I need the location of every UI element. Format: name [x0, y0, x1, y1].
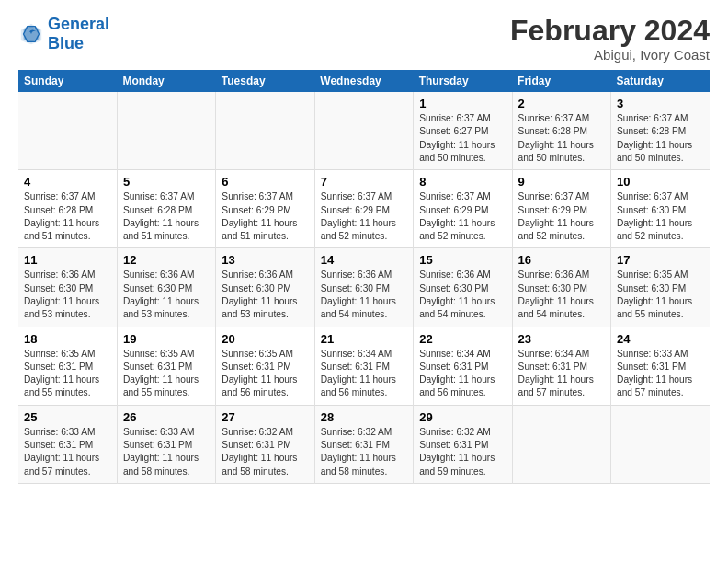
page: General Blue February 2024 Abigui, Ivory…: [0, 0, 728, 493]
logo-icon: [18, 21, 44, 47]
header-row: SundayMondayTuesdayWednesdayThursdayFrid…: [18, 70, 710, 92]
day-number: 23: [518, 332, 605, 346]
day-cell: 8Sunrise: 6:37 AM Sunset: 6:29 PM Daylig…: [414, 170, 512, 248]
day-number: 15: [419, 253, 506, 267]
day-cell: 28Sunrise: 6:32 AM Sunset: 6:31 PM Dayli…: [314, 405, 413, 483]
day-info: Sunrise: 6:37 AM Sunset: 6:28 PM Dayligh…: [617, 112, 704, 165]
day-cell: 20Sunrise: 6:35 AM Sunset: 6:31 PM Dayli…: [216, 327, 314, 405]
day-info: Sunrise: 6:35 AM Sunset: 6:31 PM Dayligh…: [24, 348, 111, 400]
day-cell: 13Sunrise: 6:36 AM Sunset: 6:30 PM Dayli…: [216, 248, 314, 327]
header-cell: Monday: [117, 70, 215, 92]
day-cell: 24Sunrise: 6:33 AM Sunset: 6:31 PM Dayli…: [611, 327, 710, 405]
week-row: 11Sunrise: 6:36 AM Sunset: 6:30 PM Dayli…: [18, 248, 710, 327]
day-number: 26: [123, 410, 210, 424]
logo: General Blue: [18, 15, 109, 52]
day-cell: 16Sunrise: 6:36 AM Sunset: 6:30 PM Dayli…: [512, 248, 610, 327]
day-cell: 10Sunrise: 6:37 AM Sunset: 6:30 PM Dayli…: [611, 170, 710, 248]
day-cell: 18Sunrise: 6:35 AM Sunset: 6:31 PM Dayli…: [18, 327, 117, 405]
day-info: Sunrise: 6:35 AM Sunset: 6:31 PM Dayligh…: [222, 348, 308, 400]
day-number: 3: [617, 97, 704, 110]
day-info: Sunrise: 6:37 AM Sunset: 6:29 PM Dayligh…: [419, 190, 506, 243]
day-info: Sunrise: 6:34 AM Sunset: 6:31 PM Dayligh…: [518, 348, 605, 400]
day-cell: 26Sunrise: 6:33 AM Sunset: 6:31 PM Dayli…: [117, 405, 215, 483]
header-cell: Sunday: [18, 70, 117, 92]
day-info: Sunrise: 6:35 AM Sunset: 6:30 PM Dayligh…: [617, 269, 704, 321]
day-cell: 25Sunrise: 6:33 AM Sunset: 6:31 PM Dayli…: [18, 405, 117, 483]
day-info: Sunrise: 6:34 AM Sunset: 6:31 PM Dayligh…: [419, 348, 506, 400]
day-cell: 21Sunrise: 6:34 AM Sunset: 6:31 PM Dayli…: [314, 327, 413, 405]
day-number: 5: [123, 175, 210, 189]
sub-title: Abigui, Ivory Coast: [510, 47, 710, 63]
day-info: Sunrise: 6:36 AM Sunset: 6:30 PM Dayligh…: [24, 269, 111, 321]
day-cell: 17Sunrise: 6:35 AM Sunset: 6:30 PM Dayli…: [611, 248, 710, 327]
header-cell: Friday: [512, 70, 610, 92]
day-cell: 7Sunrise: 6:37 AM Sunset: 6:29 PM Daylig…: [314, 170, 413, 248]
day-cell: 11Sunrise: 6:36 AM Sunset: 6:30 PM Dayli…: [18, 248, 117, 327]
day-number: 29: [419, 410, 506, 424]
day-info: Sunrise: 6:35 AM Sunset: 6:31 PM Dayligh…: [123, 348, 210, 400]
day-number: 19: [123, 332, 210, 346]
day-cell: [314, 92, 413, 170]
day-number: 13: [222, 253, 308, 267]
day-number: 6: [222, 175, 308, 189]
day-cell: [18, 92, 117, 170]
week-row: 1Sunrise: 6:37 AM Sunset: 6:27 PM Daylig…: [18, 92, 710, 170]
day-cell: 5Sunrise: 6:37 AM Sunset: 6:28 PM Daylig…: [117, 170, 215, 248]
day-info: Sunrise: 6:37 AM Sunset: 6:27 PM Dayligh…: [419, 112, 506, 165]
day-cell: [512, 405, 610, 483]
day-cell: [117, 92, 215, 170]
day-info: Sunrise: 6:36 AM Sunset: 6:30 PM Dayligh…: [123, 269, 210, 321]
day-info: Sunrise: 6:36 AM Sunset: 6:30 PM Dayligh…: [419, 269, 506, 321]
day-number: 9: [518, 175, 605, 189]
day-info: Sunrise: 6:33 AM Sunset: 6:31 PM Dayligh…: [123, 426, 210, 478]
day-cell: 15Sunrise: 6:36 AM Sunset: 6:30 PM Dayli…: [414, 248, 512, 327]
day-info: Sunrise: 6:37 AM Sunset: 6:28 PM Dayligh…: [518, 112, 605, 165]
day-info: Sunrise: 6:37 AM Sunset: 6:30 PM Dayligh…: [617, 190, 704, 243]
day-number: 24: [617, 332, 704, 346]
day-info: Sunrise: 6:33 AM Sunset: 6:31 PM Dayligh…: [24, 426, 111, 478]
day-cell: 12Sunrise: 6:36 AM Sunset: 6:30 PM Dayli…: [117, 248, 215, 327]
day-number: 27: [222, 410, 308, 424]
day-number: 14: [321, 253, 407, 267]
day-info: Sunrise: 6:37 AM Sunset: 6:28 PM Dayligh…: [123, 190, 210, 243]
day-info: Sunrise: 6:37 AM Sunset: 6:29 PM Dayligh…: [222, 190, 308, 243]
day-info: Sunrise: 6:37 AM Sunset: 6:28 PM Dayligh…: [24, 190, 111, 243]
day-cell: 6Sunrise: 6:37 AM Sunset: 6:29 PM Daylig…: [216, 170, 314, 248]
week-row: 25Sunrise: 6:33 AM Sunset: 6:31 PM Dayli…: [18, 405, 710, 483]
logo-text: General Blue: [48, 15, 109, 52]
day-number: 8: [419, 175, 506, 189]
day-number: 21: [321, 332, 407, 346]
day-cell: 9Sunrise: 6:37 AM Sunset: 6:29 PM Daylig…: [512, 170, 610, 248]
day-info: Sunrise: 6:32 AM Sunset: 6:31 PM Dayligh…: [321, 426, 407, 478]
day-number: 2: [518, 97, 605, 110]
day-info: Sunrise: 6:37 AM Sunset: 6:29 PM Dayligh…: [518, 190, 605, 243]
day-cell: 29Sunrise: 6:32 AM Sunset: 6:31 PM Dayli…: [414, 405, 512, 483]
day-cell: 19Sunrise: 6:35 AM Sunset: 6:31 PM Dayli…: [117, 327, 215, 405]
day-cell: 23Sunrise: 6:34 AM Sunset: 6:31 PM Dayli…: [512, 327, 610, 405]
day-info: Sunrise: 6:34 AM Sunset: 6:31 PM Dayligh…: [321, 348, 407, 400]
day-cell: [611, 405, 710, 483]
day-cell: 4Sunrise: 6:37 AM Sunset: 6:28 PM Daylig…: [18, 170, 117, 248]
day-number: 10: [617, 175, 704, 189]
day-cell: [216, 92, 314, 170]
calendar-table: SundayMondayTuesdayWednesdayThursdayFrid…: [18, 70, 710, 484]
day-cell: 3Sunrise: 6:37 AM Sunset: 6:28 PM Daylig…: [611, 92, 710, 170]
day-number: 20: [222, 332, 308, 346]
day-info: Sunrise: 6:37 AM Sunset: 6:29 PM Dayligh…: [321, 190, 407, 243]
day-number: 4: [24, 175, 111, 189]
day-info: Sunrise: 6:36 AM Sunset: 6:30 PM Dayligh…: [222, 269, 308, 321]
day-cell: 22Sunrise: 6:34 AM Sunset: 6:31 PM Dayli…: [414, 327, 512, 405]
title-block: February 2024 Abigui, Ivory Coast: [510, 15, 710, 63]
main-title: February 2024: [510, 15, 710, 47]
day-cell: 1Sunrise: 6:37 AM Sunset: 6:27 PM Daylig…: [414, 92, 512, 170]
day-number: 17: [617, 253, 704, 267]
day-number: 16: [518, 253, 605, 267]
day-cell: 2Sunrise: 6:37 AM Sunset: 6:28 PM Daylig…: [512, 92, 610, 170]
day-info: Sunrise: 6:36 AM Sunset: 6:30 PM Dayligh…: [518, 269, 605, 321]
day-number: 18: [24, 332, 111, 346]
header-cell: Saturday: [611, 70, 710, 92]
day-cell: 14Sunrise: 6:36 AM Sunset: 6:30 PM Dayli…: [314, 248, 413, 327]
day-number: 28: [321, 410, 407, 424]
day-number: 12: [123, 253, 210, 267]
day-number: 1: [419, 97, 506, 110]
